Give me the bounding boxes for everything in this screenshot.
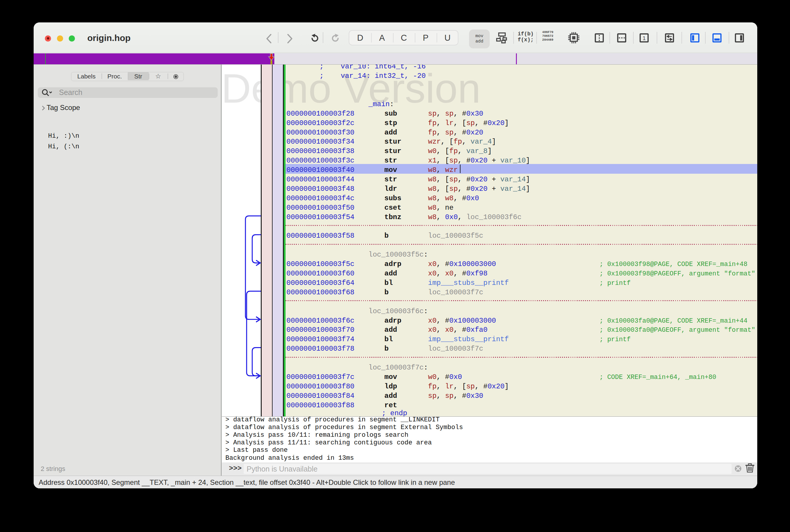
svg-text:1: 1: [642, 35, 646, 41]
